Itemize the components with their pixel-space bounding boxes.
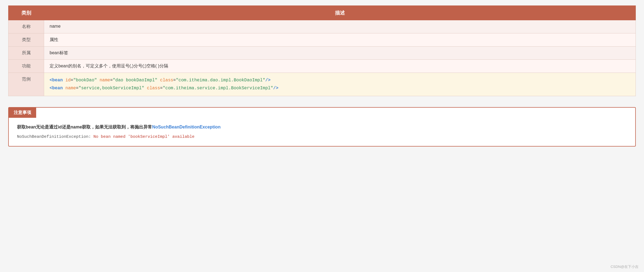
attr-name-1: name bbox=[99, 78, 110, 83]
val-id-1: "bookDao" bbox=[73, 78, 97, 83]
val-class-2: "com.itheima.service.impl.BookServiceImp… bbox=[163, 86, 273, 91]
keyword-bean-1: <bean bbox=[50, 78, 63, 83]
notice-text-1: 获取bean无论是通过id还是name获取，如果无法获取到，将抛出异常NoSuc… bbox=[17, 123, 627, 131]
category-cell-function: 功能 bbox=[8, 60, 44, 73]
notice-exception-prefix: NoSuchBeanDefinitionException: bbox=[17, 134, 93, 139]
desc-cell-example: <bean id="bookDao" name="dao bookDaoImpl… bbox=[44, 73, 636, 96]
category-cell-type: 类型 bbox=[8, 33, 44, 47]
notice-header: 注意事项 bbox=[9, 108, 36, 118]
table-row: 所属 bean标签 bbox=[8, 47, 636, 60]
notice-box: 注意事项 获取bean无论是通过id还是name获取，如果无法获取到，将抛出异常… bbox=[8, 107, 636, 147]
desc-cell-name: name bbox=[44, 20, 636, 33]
val-class-1: "com.itheima.dao.impl.BookDaoImpl" bbox=[176, 78, 265, 83]
header-category: 类别 bbox=[8, 6, 44, 20]
attr-class-1: class bbox=[160, 78, 173, 83]
desc-cell-belongs: bean标签 bbox=[44, 47, 636, 60]
table-row: 功能 定义bean的别名，可定义多个，使用逗号(,)分号(;)空格( )分隔 bbox=[8, 60, 636, 73]
val-name-2: "service,bookServiceImpl" bbox=[79, 86, 144, 91]
code-line-2: <bean name="service,bookServiceImpl" cla… bbox=[50, 84, 630, 92]
desc-cell-type: 属性 bbox=[44, 33, 636, 47]
category-cell-belongs: 所属 bbox=[8, 47, 44, 60]
main-table: 类别 描述 名称 name 类型 属性 所属 bean标签 功能 定义bean的… bbox=[8, 5, 636, 96]
table-body: 名称 name 类型 属性 所属 bean标签 功能 定义bean的别名，可定义… bbox=[8, 20, 636, 96]
table-header-row: 类别 描述 bbox=[8, 6, 636, 20]
close-tag-2: /> bbox=[273, 86, 278, 91]
header-desc: 描述 bbox=[44, 6, 636, 20]
notice-text-2: NoSuchBeanDefinitionException: No bean n… bbox=[17, 133, 627, 141]
notice-exception-link: NoSuchBeanDefinitionException bbox=[152, 125, 221, 129]
eq-1: = bbox=[71, 78, 73, 83]
table-row: 名称 name bbox=[8, 20, 636, 33]
notice-prefix: 获取bean无论是通过id还是name获取，如果无法获取到，将抛出异常 bbox=[17, 125, 152, 129]
attr-id-1: id bbox=[65, 78, 71, 83]
notice-exception-detail: No bean named 'bookServiceImpl' availabl… bbox=[93, 134, 194, 139]
category-cell-example: 范例 bbox=[8, 73, 44, 96]
category-cell-name: 名称 bbox=[8, 20, 44, 33]
table-row: 类型 属性 bbox=[8, 33, 636, 47]
keyword-bean-2: <bean bbox=[50, 86, 63, 91]
val-name-1: "dao bookDaoImpl" bbox=[113, 78, 157, 83]
notice-content: 获取bean无论是通过id还是name获取，如果无法获取到，将抛出异常NoSuc… bbox=[9, 118, 635, 146]
attr-class-2: class bbox=[147, 86, 160, 91]
attr-name-2: name bbox=[65, 86, 76, 91]
close-tag-1: /> bbox=[265, 78, 270, 83]
watermark: CSDN@在下小吉 bbox=[611, 264, 639, 269]
table-row-example: 范例 <bean id="bookDao" name="dao bookDaoI… bbox=[8, 73, 636, 96]
desc-cell-function: 定义bean的别名，可定义多个，使用逗号(,)分号(;)空格( )分隔 bbox=[44, 60, 636, 73]
code-line-1: <bean id="bookDao" name="dao bookDaoImpl… bbox=[50, 76, 630, 84]
